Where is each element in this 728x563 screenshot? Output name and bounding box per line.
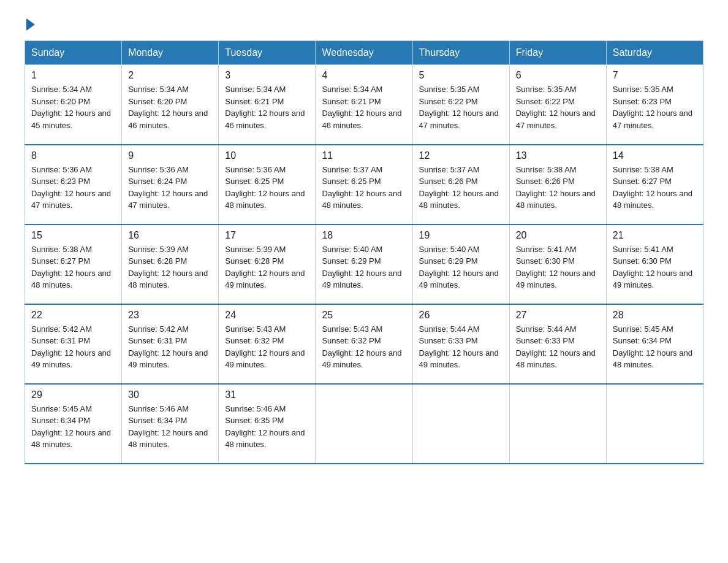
- calendar-week-row: 29Sunrise: 5:45 AMSunset: 6:34 PMDayligh…: [25, 384, 703, 464]
- calendar-cell: 14Sunrise: 5:38 AMSunset: 6:27 PMDayligh…: [606, 145, 703, 224]
- cell-info: Sunrise: 5:38 AMSunset: 6:26 PMDaylight:…: [516, 165, 596, 210]
- calendar-cell: 27Sunrise: 5:44 AMSunset: 6:33 PMDayligh…: [509, 304, 606, 384]
- cell-info: Sunrise: 5:44 AMSunset: 6:33 PMDaylight:…: [516, 324, 596, 370]
- calendar-cell: 22Sunrise: 5:42 AMSunset: 6:31 PMDayligh…: [25, 304, 122, 384]
- cell-info: Sunrise: 5:34 AMSunset: 6:20 PMDaylight:…: [31, 85, 111, 130]
- day-number: 27: [516, 310, 600, 321]
- cell-info: Sunrise: 5:37 AMSunset: 6:26 PMDaylight:…: [419, 165, 499, 210]
- calendar-cell: 5Sunrise: 5:35 AMSunset: 6:22 PMDaylight…: [412, 65, 509, 145]
- day-number: 8: [31, 150, 115, 161]
- calendar-cell: 20Sunrise: 5:41 AMSunset: 6:30 PMDayligh…: [509, 224, 606, 304]
- calendar-cell: 1Sunrise: 5:34 AMSunset: 6:20 PMDaylight…: [25, 65, 122, 145]
- day-number: 6: [516, 70, 600, 81]
- cell-info: Sunrise: 5:44 AMSunset: 6:33 PMDaylight:…: [419, 324, 499, 370]
- calendar-cell: [606, 384, 703, 464]
- calendar-cell: 15Sunrise: 5:38 AMSunset: 6:27 PMDayligh…: [25, 224, 122, 304]
- day-number: 9: [128, 150, 212, 161]
- cell-info: Sunrise: 5:42 AMSunset: 6:31 PMDaylight:…: [31, 324, 111, 370]
- logo-arrow-icon: [26, 18, 35, 31]
- page-header: [25, 18, 703, 28]
- cell-info: Sunrise: 5:38 AMSunset: 6:27 PMDaylight:…: [613, 165, 692, 210]
- calendar-cell: 7Sunrise: 5:35 AMSunset: 6:23 PMDaylight…: [606, 65, 703, 145]
- cell-info: Sunrise: 5:39 AMSunset: 6:28 PMDaylight:…: [128, 245, 208, 290]
- day-number: 20: [516, 230, 600, 241]
- day-number: 25: [322, 310, 406, 321]
- calendar-cell: 19Sunrise: 5:40 AMSunset: 6:29 PMDayligh…: [412, 224, 509, 304]
- calendar-week-row: 1Sunrise: 5:34 AMSunset: 6:20 PMDaylight…: [25, 65, 703, 145]
- calendar-cell: 13Sunrise: 5:38 AMSunset: 6:26 PMDayligh…: [509, 145, 606, 224]
- calendar-cell: 18Sunrise: 5:40 AMSunset: 6:29 PMDayligh…: [316, 224, 412, 304]
- calendar-cell: 24Sunrise: 5:43 AMSunset: 6:32 PMDayligh…: [219, 304, 316, 384]
- header-day-tuesday: Tuesday: [219, 41, 316, 65]
- header-day-friday: Friday: [509, 41, 606, 65]
- cell-info: Sunrise: 5:34 AMSunset: 6:21 PMDaylight:…: [225, 85, 305, 130]
- day-number: 23: [128, 310, 212, 321]
- calendar-header-row: SundayMondayTuesdayWednesdayThursdayFrid…: [25, 41, 703, 65]
- calendar-week-row: 8Sunrise: 5:36 AMSunset: 6:23 PMDaylight…: [25, 145, 703, 224]
- calendar-cell: [509, 384, 606, 464]
- day-number: 14: [613, 150, 697, 161]
- cell-info: Sunrise: 5:45 AMSunset: 6:34 PMDaylight:…: [31, 404, 111, 450]
- cell-info: Sunrise: 5:34 AMSunset: 6:21 PMDaylight:…: [322, 85, 401, 130]
- calendar-week-row: 15Sunrise: 5:38 AMSunset: 6:27 PMDayligh…: [25, 224, 703, 304]
- header-day-wednesday: Wednesday: [316, 41, 412, 65]
- day-number: 7: [613, 70, 697, 81]
- calendar-cell: [316, 384, 412, 464]
- day-number: 28: [613, 310, 697, 321]
- calendar-cell: 23Sunrise: 5:42 AMSunset: 6:31 PMDayligh…: [122, 304, 219, 384]
- cell-info: Sunrise: 5:36 AMSunset: 6:23 PMDaylight:…: [31, 165, 111, 210]
- calendar-cell: 28Sunrise: 5:45 AMSunset: 6:34 PMDayligh…: [606, 304, 703, 384]
- calendar-cell: 10Sunrise: 5:36 AMSunset: 6:25 PMDayligh…: [219, 145, 316, 224]
- day-number: 12: [419, 150, 503, 161]
- cell-info: Sunrise: 5:38 AMSunset: 6:27 PMDaylight:…: [31, 245, 111, 290]
- calendar-cell: 9Sunrise: 5:36 AMSunset: 6:24 PMDaylight…: [122, 145, 219, 224]
- cell-info: Sunrise: 5:36 AMSunset: 6:24 PMDaylight:…: [128, 165, 208, 210]
- day-number: 5: [419, 70, 503, 81]
- calendar-cell: 17Sunrise: 5:39 AMSunset: 6:28 PMDayligh…: [219, 224, 316, 304]
- cell-info: Sunrise: 5:43 AMSunset: 6:32 PMDaylight:…: [225, 324, 305, 370]
- calendar-week-row: 22Sunrise: 5:42 AMSunset: 6:31 PMDayligh…: [25, 304, 703, 384]
- day-number: 21: [613, 230, 697, 241]
- cell-info: Sunrise: 5:42 AMSunset: 6:31 PMDaylight:…: [128, 324, 208, 370]
- day-number: 3: [225, 70, 309, 81]
- cell-info: Sunrise: 5:35 AMSunset: 6:22 PMDaylight:…: [419, 85, 499, 130]
- cell-info: Sunrise: 5:41 AMSunset: 6:30 PMDaylight:…: [516, 245, 596, 290]
- day-number: 17: [225, 230, 309, 241]
- day-number: 4: [322, 70, 406, 81]
- calendar-cell: [412, 384, 509, 464]
- cell-info: Sunrise: 5:36 AMSunset: 6:25 PMDaylight:…: [225, 165, 305, 210]
- cell-info: Sunrise: 5:46 AMSunset: 6:34 PMDaylight:…: [128, 404, 208, 450]
- day-number: 29: [31, 389, 115, 400]
- day-number: 19: [419, 230, 503, 241]
- cell-info: Sunrise: 5:35 AMSunset: 6:22 PMDaylight:…: [516, 85, 596, 130]
- day-number: 24: [225, 310, 309, 321]
- day-number: 2: [128, 70, 212, 81]
- calendar-cell: 11Sunrise: 5:37 AMSunset: 6:25 PMDayligh…: [316, 145, 412, 224]
- day-number: 26: [419, 310, 503, 321]
- cell-info: Sunrise: 5:40 AMSunset: 6:29 PMDaylight:…: [322, 245, 401, 290]
- cell-info: Sunrise: 5:37 AMSunset: 6:25 PMDaylight:…: [322, 165, 401, 210]
- header-day-saturday: Saturday: [606, 41, 703, 65]
- day-number: 1: [31, 70, 115, 81]
- day-number: 22: [31, 310, 115, 321]
- day-number: 30: [128, 389, 212, 400]
- day-number: 11: [322, 150, 406, 161]
- header-day-thursday: Thursday: [412, 41, 509, 65]
- calendar-cell: 16Sunrise: 5:39 AMSunset: 6:28 PMDayligh…: [122, 224, 219, 304]
- calendar-cell: 12Sunrise: 5:37 AMSunset: 6:26 PMDayligh…: [412, 145, 509, 224]
- cell-info: Sunrise: 5:39 AMSunset: 6:28 PMDaylight:…: [225, 245, 305, 290]
- cell-info: Sunrise: 5:35 AMSunset: 6:23 PMDaylight:…: [613, 85, 692, 130]
- cell-info: Sunrise: 5:40 AMSunset: 6:29 PMDaylight:…: [419, 245, 499, 290]
- calendar-cell: 2Sunrise: 5:34 AMSunset: 6:20 PMDaylight…: [122, 65, 219, 145]
- header-day-monday: Monday: [122, 41, 219, 65]
- cell-info: Sunrise: 5:46 AMSunset: 6:35 PMDaylight:…: [225, 404, 305, 450]
- day-number: 13: [516, 150, 600, 161]
- day-number: 31: [225, 389, 309, 400]
- calendar-cell: 8Sunrise: 5:36 AMSunset: 6:23 PMDaylight…: [25, 145, 122, 224]
- calendar-cell: 21Sunrise: 5:41 AMSunset: 6:30 PMDayligh…: [606, 224, 703, 304]
- calendar-cell: 26Sunrise: 5:44 AMSunset: 6:33 PMDayligh…: [412, 304, 509, 384]
- cell-info: Sunrise: 5:41 AMSunset: 6:30 PMDaylight:…: [613, 245, 692, 290]
- day-number: 18: [322, 230, 406, 241]
- calendar-cell: 30Sunrise: 5:46 AMSunset: 6:34 PMDayligh…: [122, 384, 219, 464]
- day-number: 10: [225, 150, 309, 161]
